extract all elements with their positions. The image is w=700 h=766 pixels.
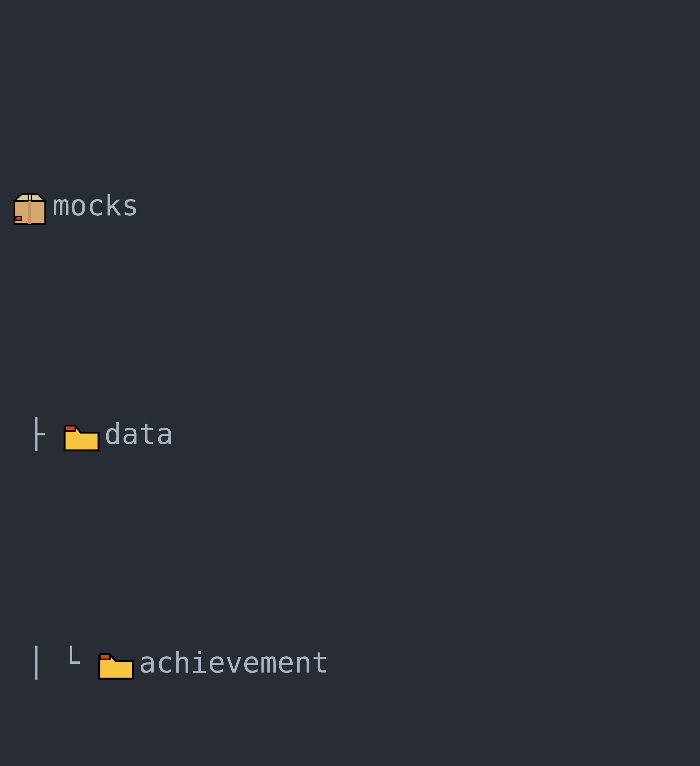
file-tree: mocks ├ data │ └ achievement │ │ ├ <box>0 0 700 766</box>
svg-rect-6 <box>65 426 76 431</box>
folder-icon <box>62 421 101 453</box>
tree-label: data <box>104 415 173 454</box>
svg-rect-4 <box>16 216 21 220</box>
tree-row-root[interactable]: mocks <box>11 169 689 243</box>
svg-rect-3 <box>28 201 32 224</box>
tree-prefix: │ └ <box>11 644 97 682</box>
tree-row-folder[interactable]: │ └ achievement <box>11 626 689 700</box>
tree-row-folder[interactable]: ├ data <box>11 398 689 471</box>
folder-icon <box>97 650 136 681</box>
tree-label: achievement <box>139 644 329 682</box>
package-icon <box>11 189 49 228</box>
tree-prefix: ├ <box>11 415 62 454</box>
svg-rect-2 <box>28 194 32 201</box>
tree-label: mocks <box>52 186 139 225</box>
svg-rect-8 <box>100 654 110 659</box>
